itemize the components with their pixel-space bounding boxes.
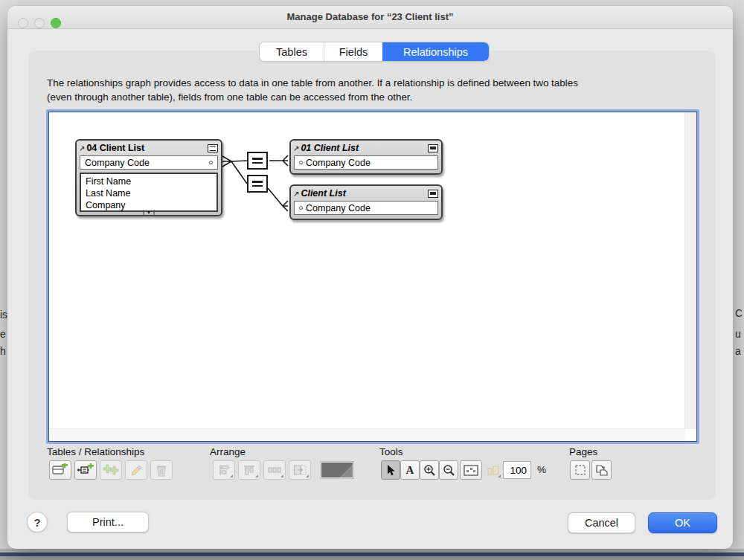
zoom-in-button[interactable]	[420, 460, 439, 480]
edit-button[interactable]	[125, 460, 147, 480]
cancel-button[interactable]: Cancel	[568, 512, 635, 533]
text-tool-icon: A	[406, 464, 414, 477]
field-name: Last Name	[86, 187, 212, 199]
distribute-button[interactable]	[263, 460, 286, 480]
background-text-fragment: C	[735, 307, 743, 319]
collapse-table-button[interactable]	[428, 190, 438, 198]
field-row-company-code[interactable]: Company Code	[80, 155, 218, 170]
duplicate-icon	[103, 464, 119, 476]
pencil-icon	[129, 464, 143, 476]
selection-tool-button[interactable]	[381, 460, 400, 480]
zoom-out-button[interactable]	[439, 460, 458, 480]
collapse-table-button[interactable]	[208, 144, 218, 152]
table-occurrence-client-list[interactable]: ↗ Client List Company Code	[289, 184, 443, 220]
add-relationship-button[interactable]	[74, 460, 97, 480]
field-list[interactable]: First Name Last Name Company	[80, 173, 218, 212]
equals-icon	[252, 181, 263, 183]
tab-tables[interactable]: Tables	[260, 42, 324, 61]
resize-button[interactable]	[289, 460, 311, 480]
relationship-operator-equals[interactable]	[247, 152, 268, 170]
relationships-graph-canvas[interactable]: ↗ 04 Client List Company Code First Name…	[46, 109, 699, 444]
zoom-percentage-input[interactable]	[503, 461, 531, 479]
dropdown-triangle-icon	[498, 474, 501, 477]
table-header[interactable]: ↗ 04 Client List	[77, 141, 221, 155]
graph-area[interactable]: ↗ 04 Client List Company Code First Name…	[48, 112, 697, 442]
description-line-2: (even through another table), fields fro…	[47, 90, 702, 104]
key-field-icon	[209, 161, 213, 164]
print-button[interactable]: Print...	[67, 512, 149, 532]
view-related-tables-button[interactable]	[460, 460, 482, 480]
tab-relationships[interactable]: Relationships	[382, 42, 489, 61]
tables-relationships-label: Tables / Relationships	[47, 446, 144, 457]
title-bar[interactable]: Manage Database for “23 Client list”	[7, 6, 733, 29]
delete-button[interactable]	[150, 460, 173, 480]
table-occurrence-01-client-list[interactable]: ↗ 01 Client List Company Code	[289, 139, 443, 175]
ok-button[interactable]: OK	[648, 512, 717, 533]
tab-bar: Tables Fields Relationships	[259, 42, 490, 62]
relationships-description: The relationships graph provides access …	[47, 76, 702, 104]
resize-icon	[293, 464, 307, 476]
table-name: Client List	[301, 188, 345, 199]
dropdown-triangle-icon	[306, 474, 309, 477]
vertical-scrollbar[interactable]	[684, 112, 696, 429]
horizontal-scrollbar[interactable]	[49, 428, 685, 441]
description-line-1: The relationships graph provides access …	[47, 76, 702, 90]
collapse-table-button[interactable]	[428, 144, 438, 152]
tools-label: Tools	[379, 446, 403, 457]
view-related-icon	[464, 465, 478, 476]
collapse-state-icon	[430, 192, 436, 195]
field-row-company-code[interactable]: Company Code	[294, 201, 438, 215]
page-breaks-button[interactable]	[570, 460, 590, 480]
equals-icon	[252, 185, 263, 187]
background-window-left	[0, 0, 7, 560]
background-text-fragment: e	[0, 328, 6, 340]
background-text-fragment: a	[735, 345, 741, 357]
align-top-icon	[243, 464, 255, 476]
background-text-fragment: u	[735, 328, 741, 340]
field-row-company-code[interactable]: Company Code	[294, 155, 438, 170]
field-name: Company Code	[306, 203, 371, 213]
equals-icon	[252, 158, 263, 160]
collapse-state-icon	[210, 146, 216, 151]
align-left-edges-button[interactable]	[213, 460, 235, 480]
dropdown-triangle-icon	[230, 474, 233, 477]
text-tool-button[interactable]: A	[400, 460, 420, 480]
scroll-down-indicator[interactable]: ▼	[144, 210, 155, 216]
help-button[interactable]: ?	[27, 512, 48, 532]
page-setup-icon	[595, 464, 608, 477]
page-setup-button[interactable]	[591, 460, 612, 480]
window-title: Manage Database for “23 Client list”	[7, 6, 733, 28]
collapse-state-icon	[430, 147, 436, 149]
align-top-edges-button[interactable]	[238, 460, 260, 480]
table-source-arrow-icon: ↗	[79, 144, 85, 152]
align-left-icon	[218, 464, 230, 476]
magnifier-minus-icon	[443, 464, 455, 477]
table-occurrence-04-client-list[interactable]: ↗ 04 Client List Company Code First Name…	[75, 139, 222, 216]
object-visibility-button[interactable]	[484, 460, 503, 480]
table-color-swatch[interactable]	[320, 461, 354, 479]
tab-fields[interactable]: Fields	[324, 42, 382, 61]
table-source-arrow-icon: ↗	[293, 190, 299, 198]
dropdown-triangle-icon	[280, 474, 283, 477]
magnifier-plus-icon	[423, 464, 436, 477]
table-header[interactable]: ↗ 01 Client List	[291, 141, 441, 155]
add-relationship-icon	[77, 463, 94, 477]
table-name: 04 Client List	[86, 143, 144, 153]
background-text-fragment: is	[0, 309, 7, 321]
table-name: 01 Client List	[301, 143, 359, 153]
percent-label: %	[537, 464, 546, 475]
add-table-icon	[52, 463, 68, 477]
scroll-down-icon: ▼	[147, 210, 152, 215]
field-name: Company Code	[306, 158, 371, 168]
pages-label: Pages	[569, 446, 597, 457]
table-header[interactable]: ↗ Client List	[291, 186, 441, 200]
duplicate-button[interactable]	[100, 460, 122, 480]
background-text-fragment: h	[0, 345, 6, 357]
relationship-operator-equals[interactable]	[247, 175, 268, 193]
manage-database-dialog: Manage Database for “23 Client list” Tab…	[7, 6, 733, 549]
field-name: First Name	[86, 176, 212, 187]
key-field-icon	[299, 206, 303, 210]
background-window-right	[733, 0, 744, 560]
add-table-button[interactable]	[49, 460, 71, 480]
dropdown-triangle-icon	[255, 474, 258, 477]
